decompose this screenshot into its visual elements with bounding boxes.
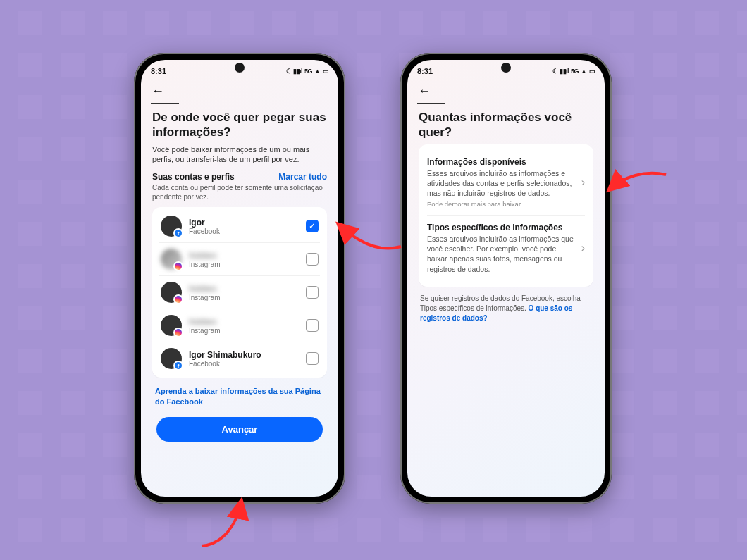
network-label: 5G xyxy=(571,68,579,75)
account-checkbox[interactable] xyxy=(306,286,319,299)
content-left: De onde você quer pegar suas informações… xyxy=(141,106,338,497)
avatar xyxy=(161,282,182,303)
account-name: hidden xyxy=(189,284,306,294)
dnd-icon: ☾ xyxy=(552,68,558,75)
status-time: 8:31 xyxy=(151,67,166,75)
platform-badge-icon xyxy=(173,261,183,271)
option-text: Informações disponíveisEsses arquivos in… xyxy=(427,157,577,209)
next-button[interactable]: Avançar xyxy=(156,417,323,442)
option-desc: Esses arquivos incluirão as informações … xyxy=(427,234,577,274)
signal-icon: ▮▮ıl xyxy=(560,68,569,75)
footnote: Se quiser registros de dados do Facebook… xyxy=(420,294,592,323)
account-platform: Facebook xyxy=(189,360,306,368)
account-info: hiddenInstagram xyxy=(189,284,306,301)
learn-link[interactable]: Aprenda a baixar informações da sua Pági… xyxy=(155,386,324,407)
top-nav: ← xyxy=(141,77,338,106)
account-platform: Instagram xyxy=(189,327,306,335)
signal-icon: ▮▮ıl xyxy=(293,68,302,75)
dnd-icon: ☾ xyxy=(286,68,292,75)
platform-badge-icon xyxy=(173,294,183,304)
platform-badge-icon: f xyxy=(173,361,183,371)
battery-icon: ▭ xyxy=(589,68,595,75)
option-title: Informações disponíveis xyxy=(427,157,577,167)
platform-badge-icon: f xyxy=(173,228,183,238)
status-time: 8:31 xyxy=(417,67,433,75)
option-title: Tipos específicos de informações xyxy=(427,223,577,232)
mark-all-link[interactable]: Marcar tudo xyxy=(278,172,327,182)
avatar: f xyxy=(161,216,182,237)
background-pattern xyxy=(0,0,747,560)
account-platform: Instagram xyxy=(189,294,306,301)
account-name: Igor xyxy=(189,218,306,228)
page-title: De onde você quer pegar suas informações… xyxy=(152,110,327,140)
top-nav: ← xyxy=(407,77,605,106)
network-label: 5G xyxy=(304,68,312,75)
account-platform: Instagram xyxy=(189,261,306,268)
back-icon[interactable]: ← xyxy=(417,84,431,99)
back-icon[interactable]: ← xyxy=(151,84,165,99)
account-checkbox[interactable] xyxy=(306,319,319,332)
account-info: hiddenInstagram xyxy=(189,251,306,268)
battery-icon: ▭ xyxy=(323,68,329,75)
account-row[interactable]: hiddenInstagram xyxy=(159,243,320,276)
status-icons: ☾ ▮▮ıl 5G ▲ ▭ xyxy=(552,68,595,75)
avatar xyxy=(161,249,182,270)
status-icons: ☾ ▮▮ıl 5G ▲ ▭ xyxy=(286,68,328,75)
account-row[interactable]: fIgorFacebook✓ xyxy=(159,210,320,243)
option-hint: Pode demorar mais para baixar xyxy=(427,200,577,208)
camera-notch xyxy=(235,63,245,73)
account-info: Igor ShimabukuroFacebook xyxy=(189,350,306,368)
avatar: f xyxy=(161,348,182,369)
info-option[interactable]: Informações disponíveisEsses arquivos in… xyxy=(427,150,585,216)
accounts-label: Suas contas e perfis xyxy=(152,172,235,182)
account-row[interactable]: hiddenInstagram xyxy=(159,309,320,342)
content-right: Quantas informações você quer? Informaçõ… xyxy=(407,106,605,497)
chevron-right-icon: › xyxy=(577,242,585,254)
page-subtitle: Você pode baixar informações de um ou ma… xyxy=(152,144,327,166)
account-checkbox[interactable] xyxy=(306,352,319,365)
options-card: Informações disponíveisEsses arquivos in… xyxy=(419,144,593,287)
wifi-icon: ▲ xyxy=(581,68,586,75)
account-checkbox[interactable] xyxy=(306,253,319,266)
account-info: hiddenInstagram xyxy=(189,317,306,335)
nav-underline xyxy=(417,103,445,104)
accounts-note: Cada conta ou perfil pode ter somente um… xyxy=(152,183,327,201)
account-checkbox[interactable]: ✓ xyxy=(306,220,319,232)
account-name: Igor Shimabukuro xyxy=(189,350,306,360)
account-platform: Facebook xyxy=(189,228,306,235)
account-row[interactable]: fIgor ShimabukuroFacebook xyxy=(159,342,320,375)
info-option[interactable]: Tipos específicos de informaçõesEsses ar… xyxy=(427,216,585,281)
page-title: Quantas informações você quer? xyxy=(419,110,593,140)
wifi-icon: ▲ xyxy=(314,68,320,75)
accounts-header: Suas contas e perfis Marcar tudo xyxy=(152,172,327,182)
phone-left: 8:31 ☾ ▮▮ıl 5G ▲ ▭ ← De onde você quer p… xyxy=(134,53,345,504)
screen-left: 8:31 ☾ ▮▮ıl 5G ▲ ▭ ← De onde você quer p… xyxy=(141,60,338,497)
screen-right: 8:31 ☾ ▮▮ıl 5G ▲ ▭ ← Quantas informações… xyxy=(407,60,605,497)
avatar xyxy=(161,315,182,336)
option-text: Tipos específicos de informaçõesEsses ar… xyxy=(427,223,577,274)
platform-badge-icon xyxy=(173,328,183,337)
account-name: hidden xyxy=(189,251,306,261)
account-name: hidden xyxy=(189,317,306,327)
option-desc: Esses arquivos incluirão as informações … xyxy=(427,168,577,199)
camera-notch xyxy=(501,63,511,73)
account-row[interactable]: hiddenInstagram xyxy=(159,276,320,309)
accounts-card: fIgorFacebook✓hiddenInstagramhiddenInsta… xyxy=(152,207,327,378)
account-info: IgorFacebook xyxy=(189,218,306,235)
chevron-right-icon: › xyxy=(577,176,585,189)
phone-right: 8:31 ☾ ▮▮ıl 5G ▲ ▭ ← Quantas informações… xyxy=(400,53,612,504)
nav-underline xyxy=(151,103,179,104)
